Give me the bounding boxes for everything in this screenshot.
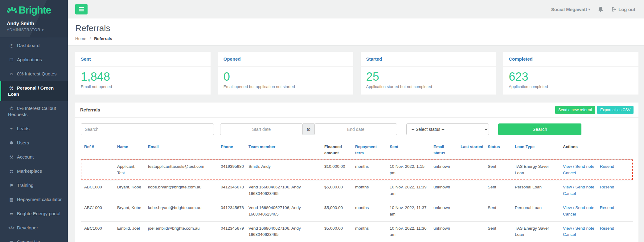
name-cell: Bryant, Kobe	[117, 201, 148, 221]
send-new-referral-button[interactable]: Send a new referral	[555, 106, 595, 114]
breadcrumb-home-link[interactable]: Home	[75, 36, 86, 41]
status-select[interactable]: -- Select status --	[406, 123, 489, 135]
resend-link[interactable]: Resend	[600, 184, 614, 191]
email-cell: joel.embiid@brighte.com.au	[148, 221, 221, 242]
cancel-link[interactable]: Cancel	[563, 191, 576, 197]
referral-row: ABC1000 Embiid, Joel joel.embiid@brighte…	[81, 221, 633, 242]
sidebar-item-leads[interactable]: ⚭Leads	[0, 122, 68, 136]
brighte-logo[interactable]: Brighte	[0, 0, 68, 18]
sidebar-item-account[interactable]: ⚒Account	[0, 150, 68, 164]
column-header[interactable]: Email status	[433, 140, 461, 159]
email-cell: kobe.bryant@brighte.com.au	[148, 201, 221, 221]
status-cell: Sent	[488, 180, 515, 201]
last-started-cell	[461, 159, 488, 180]
cancel-link[interactable]: Cancel	[563, 211, 576, 218]
sidebar-item-personal-green-loan[interactable]: %Personal / Green Loan	[0, 81, 68, 101]
resend-link[interactable]: Resend	[600, 205, 614, 211]
tenant-name: Social Megawatt	[551, 7, 587, 12]
user-name: Andy Smith	[7, 21, 61, 26]
actions-cell: View / Send noteResendCancel	[563, 221, 633, 242]
logout-link[interactable]: Log out	[611, 7, 635, 12]
email-status-cell: unknown	[433, 180, 461, 201]
sidebar-item-label: Repayment calculator	[17, 197, 62, 202]
topbar-right: Social Megawatt▾ Log out	[551, 6, 635, 12]
export-csv-button[interactable]: Export all as CSV	[597, 106, 634, 114]
sidebar-item-callout-requests[interactable]: ✆0% Interest Callout Requests	[0, 101, 68, 122]
sidebar-item-label: Marketplace	[17, 168, 42, 174]
sidebar-item-applications[interactable]: ❐Applications	[0, 53, 68, 67]
view-send-note-link[interactable]: View / Send note	[563, 163, 594, 170]
column-header[interactable]: Phone	[221, 140, 248, 159]
search-input[interactable]	[81, 123, 214, 135]
sidebar-item-label: Applications	[17, 57, 42, 62]
sidebar-item-interest-quotes[interactable]: ✉0% Interest Quotes	[0, 67, 68, 81]
sidebar-item-dashboard[interactable]: ◷Dashboard	[0, 38, 68, 53]
cancel-link[interactable]: Cancel	[563, 170, 576, 176]
envelope-icon: ✉	[8, 71, 15, 77]
column-header[interactable]: Ref #	[81, 140, 117, 159]
sidebar-item-contact-us[interactable]: ▤Contact Us	[0, 235, 68, 242]
user-role-dropdown[interactable]: ADMINISTRATOR▾	[7, 28, 61, 32]
document-icon: ▤	[8, 239, 15, 242]
sidebar-item-training[interactable]: ⚑Training	[0, 178, 68, 192]
column-header[interactable]: Loan Type	[515, 140, 563, 159]
sidebar-item-label: Users	[17, 140, 29, 145]
sidebar-item-developer[interactable]: </>Developer	[0, 221, 68, 235]
stat-card: Started 25 Application started but not c…	[361, 52, 496, 95]
column-header[interactable]: Sent	[390, 140, 433, 159]
column-header[interactable]: Actions	[563, 140, 633, 159]
column-header[interactable]: Name	[117, 140, 148, 159]
view-send-note-link[interactable]: View / Send note	[563, 184, 594, 191]
resend-link[interactable]: Resend	[600, 225, 614, 232]
view-send-note-link[interactable]: View / Send note	[563, 225, 594, 232]
end-date-input[interactable]	[314, 123, 397, 135]
loan-type-cell: Personal Loan	[515, 201, 563, 221]
hamburger-icon	[79, 7, 84, 8]
breadcrumb-current: Referrals	[94, 36, 112, 41]
stat-description: Application completed	[509, 84, 633, 89]
stat-card-title-link[interactable]: Sent	[81, 56, 91, 62]
stat-card-title-link[interactable]: Opened	[224, 56, 241, 62]
dashboard-gauge-icon: ◷	[8, 42, 15, 49]
ref-number-cell: ABC1000	[81, 221, 117, 242]
sidebar-toggle-button[interactable]	[75, 4, 88, 14]
notifications-bell-icon[interactable]	[598, 6, 603, 12]
column-header[interactable]: Financed amount	[324, 140, 355, 159]
sent-date-cell: 10 Nov. 2022, 11:39 am	[390, 180, 433, 201]
sidebar-item-users[interactable]: ⚉Users	[0, 136, 68, 150]
sidebar-item-repayment-calculator[interactable]: ▦Repayment calculator	[0, 192, 68, 207]
search-button[interactable]: Search	[498, 123, 581, 135]
referrals-table-container: Ref # Name Email Phone Team member	[75, 140, 638, 242]
name-cell: Embiid, Joel	[117, 221, 148, 242]
column-header[interactable]: Repayment term	[355, 140, 390, 159]
sidebar-item-label: Personal / Green Loan	[8, 85, 54, 97]
sidebar-nav: ◷Dashboard ❐Applications ✉0% Interest Qu…	[0, 37, 68, 242]
column-header[interactable]: Team member	[248, 140, 324, 159]
breadcrumb: Home / Referrals	[75, 36, 635, 41]
chevron-down-icon: ▾	[42, 28, 44, 32]
email-status-cell: unknown	[433, 201, 461, 221]
tenant-dropdown[interactable]: Social Megawatt▾	[551, 7, 590, 12]
column-header[interactable]: Email	[148, 140, 221, 159]
start-date-input[interactable]	[220, 123, 303, 135]
resend-link[interactable]: Resend	[600, 163, 614, 170]
phone-cell: 0419395980	[221, 159, 248, 180]
sidebar-item-energy-portal[interactable]: ➦Brighte Energy portal	[0, 207, 68, 221]
referrals-panel: Referrals Send a new referral Export all…	[75, 103, 638, 242]
status-cell: Sent	[488, 201, 515, 221]
stat-card-title-link[interactable]: Completed	[509, 56, 533, 62]
cancel-link[interactable]: Cancel	[563, 232, 576, 238]
column-header[interactable]: Status	[488, 140, 515, 159]
graduation-cap-icon: ⚑	[8, 182, 15, 188]
loan-type-cell: TAS Energy Saver Loan	[515, 221, 563, 242]
column-header[interactable]: Last started	[461, 140, 488, 159]
team-member-cell: Vend 1668040627106, Andy 1668040623465	[248, 221, 324, 242]
code-icon: </>	[8, 225, 15, 231]
referral-row: Applicant, Test testapplicanttasesls@tes…	[81, 159, 633, 180]
sidebar-item-label: Training	[17, 183, 34, 188]
view-send-note-link[interactable]: View / Send note	[563, 205, 594, 211]
sign-out-icon: ➦	[8, 211, 15, 217]
stat-card-title-link[interactable]: Started	[366, 56, 382, 62]
repayment-term-cell: months	[355, 201, 390, 221]
sidebar-item-marketplace[interactable]: ⚖Marketplace	[0, 164, 68, 178]
